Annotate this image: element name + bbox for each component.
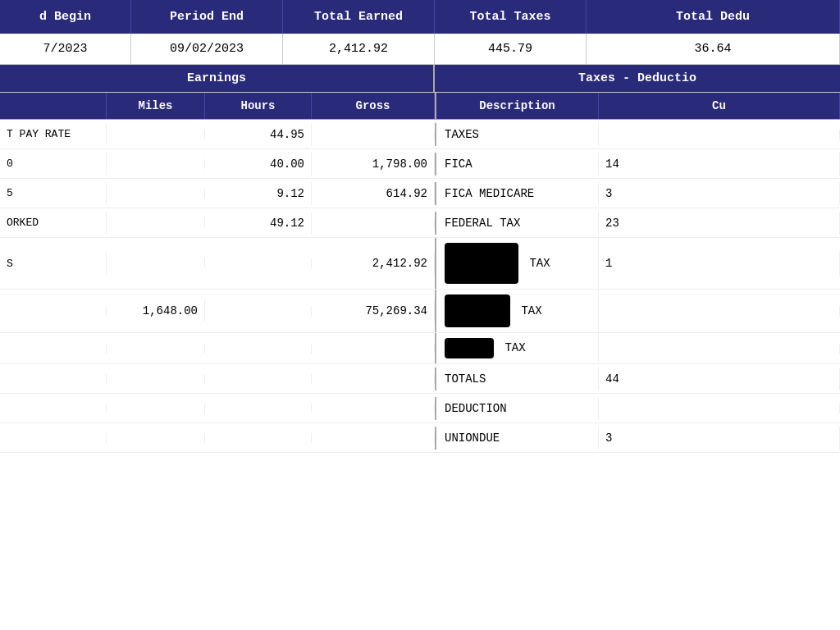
cell-desc-left <box>0 344 107 354</box>
cell-gross <box>312 130 435 139</box>
section-earnings-header: Earnings <box>0 65 435 92</box>
header-total-earned: Total Earned <box>283 0 435 34</box>
cell-miles <box>107 189 205 199</box>
cell-desc-left: 0 <box>0 153 107 175</box>
section-taxes-header: Taxes - Deductio <box>435 65 840 92</box>
data-period-end: 09/02/2023 <box>131 34 283 64</box>
table-row: TAX <box>0 333 840 364</box>
sub-header-hours: Hours <box>205 93 312 119</box>
cell-cur <box>599 344 840 354</box>
sub-header-cur: Cu <box>599 93 840 119</box>
sub-header-miles: Miles <box>107 93 205 119</box>
data-total-dedu: 36.64 <box>587 34 840 64</box>
cell-hours <box>205 306 312 316</box>
table-row: UNIONDUE3 <box>0 423 840 453</box>
cell-gross: 1,798.00 <box>312 153 435 176</box>
cell-cur: 1 <box>599 252 840 275</box>
table-row: 1,648.0075,269.34 TAX <box>0 290 840 333</box>
cell-description: TAX <box>435 290 599 332</box>
table-row: ORKED49.12FEDERAL TAX23 <box>0 208 840 238</box>
cell-cur <box>599 306 840 316</box>
cell-cur: 44 <box>599 368 840 390</box>
cell-miles <box>107 258 205 268</box>
redacted-blob-2 <box>445 294 510 327</box>
sub-header-gross: Gross <box>312 93 435 119</box>
redacted-blob-3 <box>445 338 494 358</box>
data-total-earned: 2,412.92 <box>283 34 435 64</box>
cell-miles <box>107 433 205 443</box>
section-header-row: Earnings Taxes - Deductio <box>0 65 840 93</box>
cell-description: TAX <box>435 333 599 363</box>
cell-desc-left <box>0 404 107 413</box>
cell-miles <box>107 344 205 354</box>
cell-hours: 49.12 <box>205 212 312 235</box>
cell-description: DEDUCTION <box>435 397 599 420</box>
cell-miles <box>107 374 205 384</box>
header-total-dedu: Total Dedu <box>587 0 840 34</box>
cell-gross <box>312 218 435 228</box>
cell-description: FICA MEDICARE <box>435 182 599 205</box>
cell-hours <box>205 404 312 413</box>
cell-miles <box>107 130 205 139</box>
cell-hours <box>205 374 312 384</box>
table-row: S2,412.92 TAX1 <box>0 238 840 290</box>
cell-hours <box>205 433 312 443</box>
cell-cur <box>599 130 840 139</box>
cell-desc-left <box>0 306 107 316</box>
cell-gross <box>312 433 435 443</box>
data-row-top: 7/2023 09/02/2023 2,412.92 445.79 36.64 <box>0 34 840 65</box>
data-rows-container: T PAY RATE44.95TAXES040.001,798.00FICA14… <box>0 120 840 453</box>
cell-desc-left: T PAY RATE <box>0 123 107 145</box>
data-total-taxes: 445.79 <box>435 34 587 64</box>
cell-description: TOTALS <box>435 368 599 390</box>
header-row: d Begin Period End Total Earned Total Ta… <box>0 0 840 34</box>
cell-desc-left: ORKED <box>0 212 107 234</box>
cell-cur: 23 <box>599 212 840 235</box>
cell-desc-left: 5 <box>0 182 107 204</box>
table-row: T PAY RATE44.95TAXES <box>0 120 840 149</box>
cell-miles: 1,648.00 <box>107 299 205 322</box>
table-row: TOTALS44 <box>0 364 840 394</box>
cell-cur: 14 <box>599 153 840 176</box>
cell-gross <box>312 344 435 354</box>
cell-miles <box>107 159 205 169</box>
cell-description: TAX <box>435 238 599 289</box>
cell-description: UNIONDUE <box>435 427 599 450</box>
cell-gross <box>312 404 435 413</box>
cell-description: FEDERAL TAX <box>435 212 599 235</box>
redacted-blob <box>445 243 518 284</box>
cell-hours <box>205 344 312 354</box>
table-row: 59.12614.92FICA MEDICARE3 <box>0 179 840 208</box>
cell-gross: 2,412.92 <box>312 252 435 275</box>
cell-hours <box>205 258 312 268</box>
cell-gross <box>312 374 435 384</box>
cell-hours: 44.95 <box>205 123 312 146</box>
pay-stub-container: d Begin Period End Total Earned Total Ta… <box>0 0 840 453</box>
sub-header-desc <box>0 93 107 119</box>
cell-miles <box>107 218 205 228</box>
table-row: 040.001,798.00FICA14 <box>0 149 840 179</box>
header-total-taxes: Total Taxes <box>435 0 587 34</box>
cell-gross: 614.92 <box>312 182 435 205</box>
cell-desc-left <box>0 374 107 384</box>
cell-cur <box>599 404 840 413</box>
cell-desc-left: S <box>0 253 107 275</box>
table-row: DEDUCTION <box>0 394 840 423</box>
cell-desc-left <box>0 433 107 443</box>
cell-description: FICA <box>435 153 599 176</box>
sub-header-description: Description <box>435 93 599 119</box>
header-period-begin: d Begin <box>0 0 131 34</box>
cell-hours: 40.00 <box>205 153 312 176</box>
cell-description: TAXES <box>435 123 599 146</box>
cell-cur: 3 <box>599 427 840 450</box>
header-period-end: Period End <box>131 0 283 34</box>
cell-miles <box>107 404 205 413</box>
data-period-begin: 7/2023 <box>0 34 131 64</box>
cell-cur: 3 <box>599 182 840 205</box>
cell-hours: 9.12 <box>205 182 312 205</box>
cell-gross: 75,269.34 <box>312 299 435 322</box>
sub-header-row: Miles Hours Gross Description Cu <box>0 93 840 120</box>
